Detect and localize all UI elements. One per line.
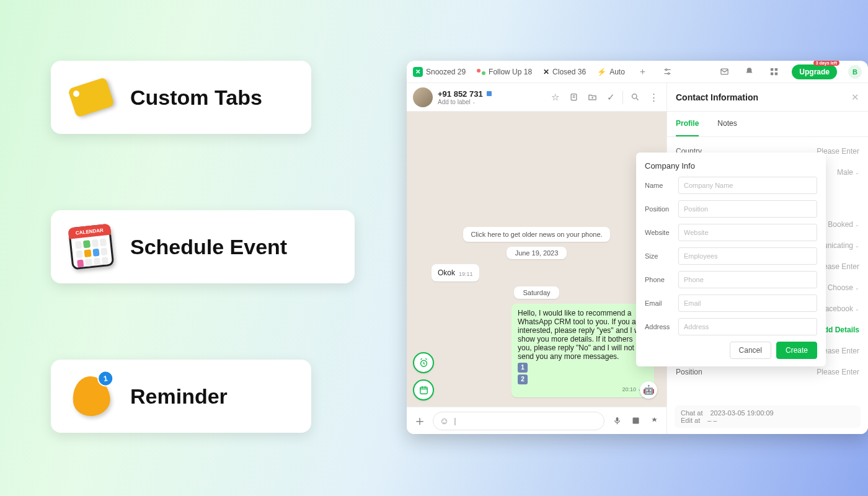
bell-icon [69,374,113,418]
modal-title: Company Info [645,161,817,170]
bot-avatar-icon: 🤖 [640,381,657,399]
date-pill: June 19, 2023 [507,247,567,259]
svg-rect-9 [487,91,492,96]
modal-input-name[interactable] [678,177,817,194]
field-value-gender[interactable]: Male⌄ [837,168,859,177]
meta-box: Chat at2023-03-05 19:00:09 Edit at– – [675,405,861,428]
app-window: ✕Snoozed 29 Follow Up 18 ✕Closed 36 ⚡Aut… [407,61,868,434]
modal-input-website[interactable] [678,224,817,241]
modal-input-size[interactable] [678,247,817,265]
contact-name: +91 852 731 [438,89,493,99]
feature-schedule-event: CALENDAR Schedule Event [51,210,355,283]
tab-closed[interactable]: ✕Closed 36 [543,68,586,76]
feature-title: Schedule Event [130,235,287,259]
modal-label-name: Name [645,182,678,189]
field-value-position[interactable]: Please Enter [817,368,859,376]
folder-add-icon[interactable] [585,91,599,104]
calendar-button[interactable] [413,379,434,401]
svg-rect-14 [420,387,427,394]
cancel-button[interactable]: Cancel [730,342,771,359]
tab-notes[interactable]: Notes [717,112,737,136]
bell-topbar-icon[interactable] [742,65,756,79]
create-button[interactable]: Create [776,342,817,359]
feature-custom-tabs: Custom Tabs [51,61,311,134]
incoming-message: Okok19:11 [432,264,479,281]
add-label-link[interactable]: Add to label⌄ [438,99,493,105]
tab-profile[interactable]: Profile [676,112,699,136]
modal-label-position: Position [645,205,678,213]
check-icon[interactable]: ✓ [604,91,618,104]
modal-label-phone: Phone [645,276,678,283]
modal-label-size: Size [645,252,678,260]
modal-label-address: Address [645,323,678,330]
svg-rect-7 [771,73,773,75]
date-pill: Saturday [514,286,559,299]
modal-label-email: Email [645,299,678,307]
add-tab-button[interactable]: ＋ [636,65,650,79]
svg-rect-19 [632,418,639,424]
more-icon[interactable]: ⋮ [647,91,660,104]
alarm-button[interactable] [413,352,434,373]
modal-input-position[interactable] [678,200,817,218]
tag-icon [69,76,113,119]
outgoing-message: Hello, I would like to recommend a Whats… [512,304,654,397]
message-input[interactable]: ☺ | [433,412,604,430]
feature-title: Custom Tabs [130,86,262,110]
modal-label-website: Website [645,229,678,236]
modal-input-phone[interactable] [678,271,817,288]
svg-point-11 [632,94,637,99]
user-avatar[interactable]: B [848,65,862,79]
emoji-icon[interactable]: ☺ [440,415,449,426]
modal-input-email[interactable] [678,294,817,312]
chat-column: +91 852 731 Add to label⌄ ☆ ✓ [407,83,667,434]
upgrade-button[interactable]: Upgrade 3 days left [792,64,837,79]
template-icon[interactable] [629,415,642,427]
quick-reply-icon[interactable] [648,415,660,427]
svg-line-12 [636,98,638,100]
svg-rect-8 [775,73,777,75]
filter-icon[interactable] [661,65,675,79]
tab-snoozed[interactable]: ✕Snoozed 29 [413,67,466,77]
older-news-link[interactable]: Click here to get older news on your pho… [463,227,609,242]
chat-stream: Click here to get older news on your pho… [407,112,666,407]
search-icon[interactable] [628,91,642,104]
feature-title: Reminder [130,384,228,409]
inbox-icon[interactable] [717,65,731,79]
topbar: ✕Snoozed 29 Follow Up 18 ✕Closed 36 ⚡Aut… [407,61,868,83]
svg-rect-18 [616,417,618,422]
svg-rect-5 [771,68,773,71]
svg-rect-6 [775,68,777,71]
star-icon[interactable]: ☆ [548,91,562,104]
contact-info-title: Contact Information [676,92,758,102]
field-label-position: Position [676,368,702,376]
svg-point-1 [666,69,668,71]
contact-avatar[interactable] [413,87,433,107]
attach-button[interactable]: ＋ [413,412,427,430]
tab-auto[interactable]: ⚡Auto [597,68,625,76]
chat-header: +91 852 731 Add to label⌄ ☆ ✓ [407,83,666,112]
feature-reminder: Reminder [51,360,311,433]
field-value-facebook[interactable]: Facebook⌄ [820,304,859,313]
mic-icon[interactable] [611,415,623,427]
close-icon[interactable]: ✕ [851,92,859,103]
composer: ＋ ☺ | [407,407,666,434]
apps-icon[interactable] [767,65,781,79]
calendar-icon: CALENDAR [69,225,113,268]
note-icon[interactable] [567,91,580,104]
company-info-modal: Company Info Name Position Website Size … [636,153,826,366]
svg-point-3 [668,73,670,74]
verified-icon [485,90,493,97]
tab-follow-up[interactable]: Follow Up 18 [477,68,532,76]
modal-input-address[interactable] [678,318,817,335]
